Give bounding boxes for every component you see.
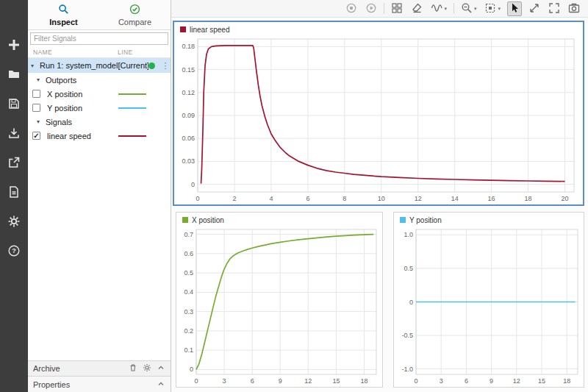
legend-color-swatch xyxy=(180,26,186,32)
plot-y-position[interactable]: Y position 0369121518-1.0-0.500.51.0 xyxy=(393,212,584,388)
signal-checkbox[interactable] xyxy=(32,90,40,98)
plot-legend: X position xyxy=(176,213,382,225)
zoom-out-button[interactable]: ▾ xyxy=(459,1,478,16)
svg-text:0.18: 0.18 xyxy=(182,43,195,50)
create-report-button[interactable] xyxy=(0,178,28,207)
tab-inspect[interactable]: Inspect xyxy=(28,0,99,29)
signal-row-x-position[interactable]: X position xyxy=(28,87,171,101)
pointer-cursor-icon xyxy=(509,2,520,15)
collapse-chevron-icon[interactable] xyxy=(157,363,165,374)
open-button[interactable] xyxy=(0,60,28,90)
group-expand-triangle-icon[interactable]: ▾ xyxy=(37,118,46,125)
collapse-chevron-icon[interactable] xyxy=(157,379,165,390)
record-button[interactable] xyxy=(344,1,359,16)
plot-legend: Y position xyxy=(394,213,584,225)
playback-button[interactable] xyxy=(364,1,379,16)
pan-diagonal-button[interactable] xyxy=(527,1,542,16)
signal-line-swatch xyxy=(118,93,146,95)
add-button[interactable] xyxy=(0,31,28,60)
layout-button[interactable] xyxy=(390,1,404,16)
properties-label: Properties xyxy=(33,380,157,389)
line-column xyxy=(117,135,171,137)
bottom-plot-row: X position 036912151800.10.20.30.40.50.6… xyxy=(176,212,584,388)
run-active-dot xyxy=(148,63,155,69)
svg-text:12: 12 xyxy=(304,377,312,385)
svg-text:2: 2 xyxy=(232,195,236,202)
svg-text:3: 3 xyxy=(440,377,443,385)
clear-plots-button[interactable] xyxy=(409,1,424,16)
filter-signals-input[interactable] xyxy=(30,32,168,45)
archive-settings-gear-icon[interactable] xyxy=(143,363,151,374)
preferences-button[interactable] xyxy=(0,207,28,237)
group-row-signals[interactable]: ▾ Signals xyxy=(28,115,171,129)
plots-container: linear speed 0246810121416182000.030.060… xyxy=(171,18,588,392)
snapshot-button[interactable] xyxy=(567,1,581,16)
eraser-icon xyxy=(411,2,423,15)
column-name-header: NAME xyxy=(33,49,118,56)
svg-text:3: 3 xyxy=(223,377,226,385)
svg-text:0: 0 xyxy=(194,377,198,385)
properties-bar[interactable]: Properties xyxy=(28,376,171,392)
plot-x-position[interactable]: X position 036912151800.10.20.30.40.50.6… xyxy=(176,212,383,388)
signal-checkbox[interactable]: ✓ xyxy=(32,132,40,140)
filter-row xyxy=(28,30,171,47)
fullscreen-button[interactable] xyxy=(547,1,562,16)
export-button[interactable] xyxy=(0,149,28,178)
svg-text:6: 6 xyxy=(306,195,309,202)
play-circle-icon xyxy=(365,2,377,15)
tab-compare[interactable]: Compare xyxy=(99,0,171,29)
app-window: ? Inspect Compare NAME LINE ▾ Run 1: sys… xyxy=(0,0,588,392)
svg-text:15: 15 xyxy=(332,377,340,385)
fullscreen-corners-icon xyxy=(548,2,560,15)
run-row[interactable]: ▾ Run 1: system_model[Current] ⋮ xyxy=(28,58,171,73)
fit-to-view-button[interactable]: ▾ xyxy=(483,1,502,16)
signal-line-swatch xyxy=(118,107,146,109)
group-expand-triangle-icon[interactable]: ▾ xyxy=(37,76,46,83)
svg-text:0.03: 0.03 xyxy=(182,157,195,165)
run-kebab-menu-icon[interactable]: ⋮ xyxy=(160,61,171,71)
pointer-button[interactable] xyxy=(507,1,522,16)
group-label: Outports xyxy=(46,76,171,85)
group-row-outports[interactable]: ▾ Outports xyxy=(28,73,171,87)
archive-bar[interactable]: Archive xyxy=(28,360,171,376)
linear-speed-chart[interactable]: 0246810121416182000.030.060.090.120.150.… xyxy=(174,35,583,204)
trash-icon[interactable] xyxy=(129,363,137,374)
signal-generator-button[interactable]: ▾ xyxy=(429,1,448,16)
tab-inspect-label: Inspect xyxy=(49,18,78,26)
signal-row-y-position[interactable]: Y position xyxy=(28,101,171,115)
group-label: Signals xyxy=(46,118,171,126)
svg-text:0.06: 0.06 xyxy=(182,135,195,142)
folder-icon xyxy=(7,68,21,82)
svg-text:18: 18 xyxy=(360,377,368,385)
signal-checkbox[interactable] xyxy=(32,104,40,112)
import-button[interactable] xyxy=(0,119,28,149)
x-position-chart[interactable]: 036912151800.10.20.30.40.50.60.7 xyxy=(176,225,382,387)
plot-linear-speed[interactable]: linear speed 0246810121416182000.030.060… xyxy=(173,21,584,206)
svg-text:0.5: 0.5 xyxy=(184,269,193,277)
svg-text:16: 16 xyxy=(488,195,495,202)
svg-text:0: 0 xyxy=(191,181,195,188)
y-position-chart[interactable]: 0369121518-1.0-0.500.51.0 xyxy=(394,225,584,387)
main-sidebar: ? xyxy=(0,0,28,392)
toolbar-separator xyxy=(453,3,454,14)
plot-toolbar: ▾ ▾ ▾ xyxy=(171,0,588,18)
svg-text:6: 6 xyxy=(465,377,468,385)
report-icon xyxy=(7,185,21,200)
svg-text:0.2: 0.2 xyxy=(184,327,193,335)
svg-text:?: ? xyxy=(12,247,16,254)
diagonal-arrows-icon xyxy=(528,2,540,15)
svg-text:-0.5: -0.5 xyxy=(401,332,413,339)
table-header: NAME LINE xyxy=(28,47,171,58)
signal-row-linear-speed[interactable]: ✓ linear speed xyxy=(28,129,171,143)
svg-text:20: 20 xyxy=(561,195,568,202)
help-button[interactable]: ? xyxy=(0,237,28,266)
svg-text:0.3: 0.3 xyxy=(184,308,193,316)
run-expand-triangle-icon[interactable]: ▾ xyxy=(31,63,40,69)
save-button[interactable] xyxy=(0,90,28,119)
svg-text:0: 0 xyxy=(414,377,417,385)
svg-text:10: 10 xyxy=(378,195,385,202)
signal-line-swatch xyxy=(118,135,146,137)
svg-text:0.5: 0.5 xyxy=(404,265,413,272)
svg-text:8: 8 xyxy=(343,195,346,202)
save-icon xyxy=(7,97,21,112)
